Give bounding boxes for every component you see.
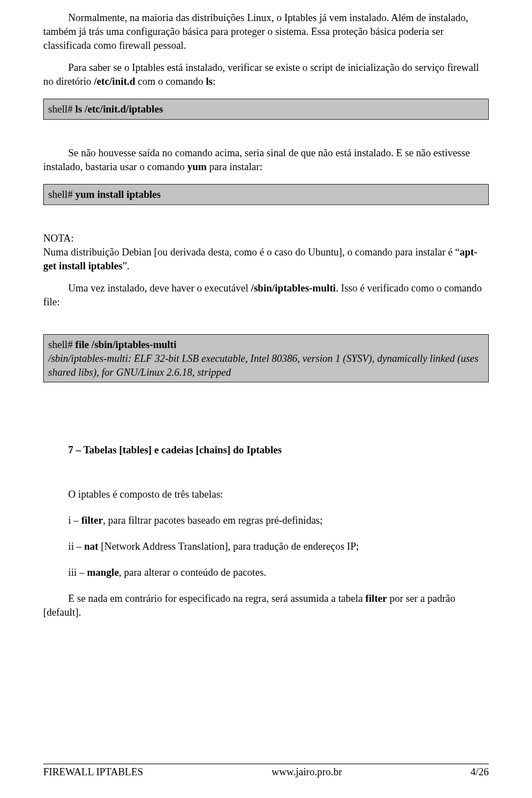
li-text: , para alterar o conteúdo de pacotes. (119, 567, 266, 578)
li-prefix: ii – (68, 541, 84, 552)
paragraph-intro: Normalmente, na maioria das distribuiçõe… (43, 11, 489, 53)
text-run: Uma vez instalado, deve haver o executáv… (68, 283, 251, 294)
tables-intro: O iptables é composto de três tabelas: (43, 488, 489, 502)
document-page: Normalmente, na maioria das distribuiçõe… (0, 0, 532, 787)
footer-left: FIREWALL IPTABLES (43, 765, 143, 779)
nota-label: NOTA: (43, 232, 489, 245)
bold-cmd: ls (206, 76, 212, 87)
shell-command: yum install iptables (75, 189, 161, 200)
code-output: /sbin/iptables-multi: ELF 32-bit LSB exe… (48, 352, 484, 380)
list-item: iii – mangle, para alterar o conteúdo de… (43, 566, 489, 580)
li-prefix: i – (68, 515, 81, 526)
footer-divider (43, 764, 489, 764)
li-bold: filter (81, 515, 103, 526)
list-item: i – filter, para filtrar pacotes baseado… (43, 514, 489, 528)
li-text: , para filtrar pacotes baseado em regras… (103, 515, 323, 526)
li-bold: nat (84, 541, 99, 552)
nota-text: Numa distribuição Debian [ou derivada de… (43, 245, 489, 273)
code-box-yum: shell# yum install iptables (43, 184, 489, 205)
paragraph-yum: Se não houvesse saída no comando acima, … (43, 146, 489, 174)
text-run: ”. (122, 260, 130, 272)
section-heading: 7 – Tabelas [tables] e cadeias [chains] … (43, 443, 489, 457)
bold-path: /etc/init.d (94, 76, 135, 87)
footer-right: 4/26 (470, 765, 489, 779)
shell-prompt: shell# (48, 104, 75, 115)
footer-center: www.jairo.pro.br (272, 765, 342, 779)
bold-filter: filter (365, 593, 387, 604)
bold-path-multi: /sbin/iptables-multi (251, 283, 336, 294)
li-bold: mangle (87, 567, 119, 578)
paragraph-default: E se nada em contrário for especificado … (43, 592, 489, 620)
code-line-cmd: shell# file /sbin/iptables-multi (48, 338, 484, 352)
paragraph-file: Uma vez instalado, deve haver o executáv… (43, 282, 489, 309)
shell-prompt: shell# (48, 339, 75, 350)
text-run: com o comando (135, 76, 206, 87)
shell-prompt: shell# (48, 189, 75, 200)
code-box-ls: shell# ls /etc/init.d/iptables (43, 99, 489, 120)
text-run: para instalar: (207, 161, 263, 172)
shell-command: file /sbin/iptables-multi (75, 339, 176, 350)
page-footer: FIREWALL IPTABLES www.jairo.pro.br 4/26 (43, 764, 489, 779)
bold-yum: yum (187, 161, 207, 172)
li-text: [Network Address Translation], para trad… (98, 541, 359, 552)
text-run: : (213, 76, 216, 87)
li-prefix: iii – (68, 567, 87, 578)
paragraph-check: Para saber se o Iptables está instalado,… (43, 61, 489, 89)
shell-command: ls /etc/init.d/iptables (75, 104, 163, 115)
text-run: E se nada em contrário for especificado … (68, 593, 365, 604)
list-item: ii – nat [Network Address Translation], … (43, 540, 489, 554)
code-box-file: shell# file /sbin/iptables-multi /sbin/i… (43, 334, 489, 383)
text-run: Numa distribuição Debian [ou derivada de… (43, 247, 460, 258)
